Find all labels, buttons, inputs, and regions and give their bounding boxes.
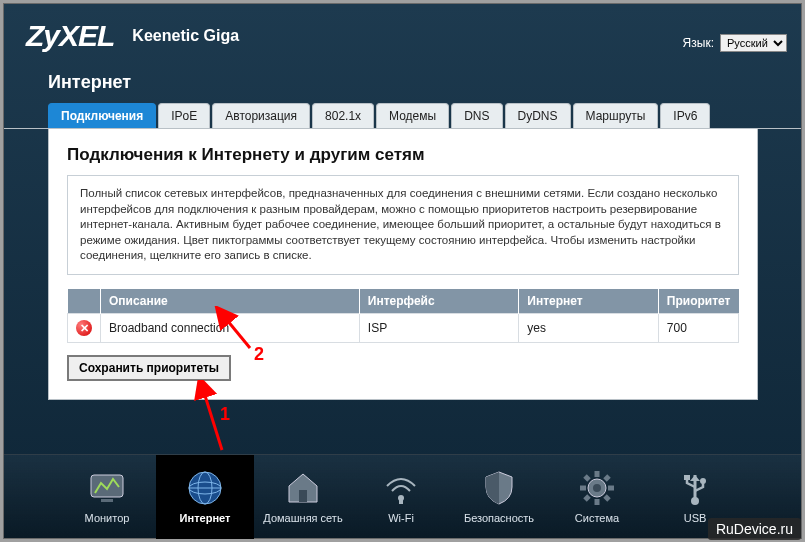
globe-icon [185, 470, 225, 506]
connections-table: Описание Интерфейс Интернет Приоритет ✕ … [67, 289, 739, 343]
svg-point-20 [593, 484, 601, 492]
tab-ipoe[interactable]: IPoE [158, 103, 210, 128]
tab-ipv6[interactable]: IPv6 [660, 103, 710, 128]
app-window: ZyXEL Keenetic Giga Язык: Русский Интерн… [3, 3, 802, 539]
nav-home-network[interactable]: Домашняя сеть [254, 455, 352, 539]
table-row[interactable]: ✕ Broadband connection ISP yes 700 [68, 313, 739, 342]
wifi-icon [381, 470, 421, 506]
top-bar: ZyXEL Keenetic Giga Язык: Русский [4, 4, 801, 68]
home-network-icon [283, 470, 323, 506]
nav-label: Домашняя сеть [263, 512, 342, 524]
tab-modems[interactable]: Модемы [376, 103, 449, 128]
cell-interface: ISP [359, 313, 519, 342]
tab-bar: Подключения IPoE Авторизация 802.1x Моде… [4, 103, 801, 129]
svg-line-19 [585, 496, 589, 500]
col-status [68, 289, 101, 314]
nav-label: Монитор [85, 512, 130, 524]
usb-icon [675, 470, 715, 506]
nav-label: Безопасность [464, 512, 534, 524]
status-error-icon: ✕ [76, 320, 92, 336]
watermark: RuDevice.ru [708, 518, 801, 540]
col-description: Описание [101, 289, 360, 314]
language-select[interactable]: Русский [720, 34, 787, 52]
cell-priority: 700 [658, 313, 738, 342]
bottom-nav: Монитор Интернет Домашняя сеть Wi-Fi Без… [4, 454, 801, 538]
svg-rect-23 [684, 475, 690, 480]
content-panel: Подключения к Интернету и другим сетям П… [48, 129, 758, 400]
language-label: Язык: [683, 36, 714, 50]
col-interface: Интерфейс [359, 289, 519, 314]
cell-description-text: Broadband connection [109, 321, 229, 335]
model-name: Keenetic Giga [132, 27, 239, 45]
tab-auth[interactable]: Авторизация [212, 103, 310, 128]
panel-description: Полный список сетевых интерфейсов, предн… [67, 175, 739, 275]
col-priority: Приоритет [658, 289, 738, 314]
nav-wifi[interactable]: Wi-Fi [352, 455, 450, 539]
cell-description: Broadband connection [101, 313, 360, 342]
svg-rect-10 [399, 498, 403, 504]
language-selector: Язык: Русский [683, 34, 787, 52]
svg-line-16 [585, 476, 589, 480]
svg-line-17 [605, 496, 609, 500]
nav-label: USB [684, 512, 707, 524]
nav-security[interactable]: Безопасность [450, 455, 548, 539]
nav-internet[interactable]: Интернет [156, 455, 254, 539]
save-priorities-button[interactable]: Сохранить приоритеты [67, 355, 231, 381]
nav-system[interactable]: Система [548, 455, 646, 539]
svg-line-18 [605, 476, 609, 480]
page-title: Интернет [4, 68, 801, 103]
panel-title: Подключения к Интернету и другим сетям [67, 145, 739, 165]
table-header-row: Описание Интерфейс Интернет Приоритет [68, 289, 739, 314]
nav-monitor[interactable]: Монитор [58, 455, 156, 539]
cell-status: ✕ [68, 313, 101, 342]
brand-logo: ZyXEL [26, 19, 114, 53]
annotation-label-1: 1 [220, 404, 230, 425]
col-internet: Интернет [519, 289, 659, 314]
tab-routes[interactable]: Маршруты [573, 103, 659, 128]
nav-label: Система [575, 512, 619, 524]
cell-internet: yes [519, 313, 659, 342]
shield-icon [479, 470, 519, 506]
gear-icon [577, 470, 617, 506]
nav-label: Wi-Fi [388, 512, 414, 524]
tab-connections[interactable]: Подключения [48, 103, 156, 128]
svg-rect-3 [101, 499, 113, 502]
tab-dydns[interactable]: DyDNS [505, 103, 571, 128]
tab-dns[interactable]: DNS [451, 103, 502, 128]
svg-point-24 [700, 478, 706, 484]
tab-8021x[interactable]: 802.1x [312, 103, 374, 128]
monitor-icon [87, 470, 127, 506]
nav-label: Интернет [180, 512, 231, 524]
svg-rect-8 [299, 490, 307, 502]
